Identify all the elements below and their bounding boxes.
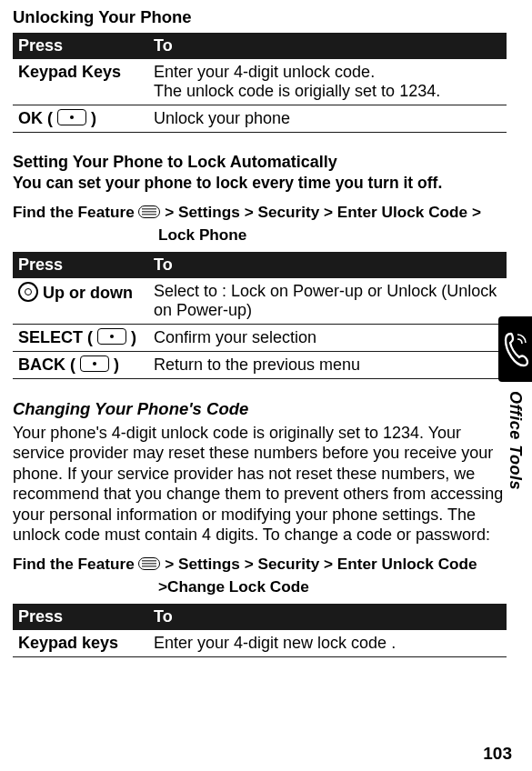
feature-path-2: Lock Phone bbox=[158, 224, 246, 246]
cell-keypad-keys: Keypad keys bbox=[13, 630, 148, 657]
cell-up-down-label: Up or down bbox=[38, 284, 133, 302]
cell-select-post: ) bbox=[126, 328, 136, 346]
cell-up-down-desc: Select to : Lock on Power-up or Unlock (… bbox=[148, 278, 507, 325]
change-code-body: Your phone's 4-digit unlock code is orig… bbox=[13, 423, 507, 546]
phone-icon bbox=[498, 316, 532, 382]
col-press: Press bbox=[13, 252, 148, 278]
heading-change-code: Changing Your Phone's Code bbox=[13, 399, 507, 419]
cell-back-pre: BACK ( bbox=[18, 355, 80, 374]
nav-ring-icon bbox=[18, 282, 38, 302]
softkey-icon bbox=[80, 355, 109, 372]
auto-lock-intro: You can set your phone to lock every tim… bbox=[13, 174, 507, 194]
cell-back-post: ) bbox=[109, 355, 119, 374]
col-to: To bbox=[148, 604, 507, 630]
cell-ok-pre: OK ( bbox=[18, 109, 57, 127]
cell-ok-desc: Unlock your phone bbox=[148, 105, 507, 133]
col-press: Press bbox=[13, 33, 148, 59]
cell-select-pre: SELECT ( bbox=[18, 328, 97, 346]
feature-path-1: > Settings > Security > Enter Unlock Cod… bbox=[160, 555, 477, 573]
cell-up-down: Up or down bbox=[13, 278, 148, 325]
cell-select: SELECT ( ) bbox=[13, 324, 148, 351]
feature-path-lock-phone: Find the Feature > Settings > Security >… bbox=[13, 201, 507, 246]
cell-keypad-keys-desc: Enter your 4-digit new lock code . bbox=[148, 630, 507, 657]
cell-ok-post: ) bbox=[86, 109, 96, 127]
heading-auto-lock: Setting Your Phone to Lock Automatically bbox=[13, 153, 507, 172]
cell-keypad-keys-desc: Enter your 4-digit unlock code. The unlo… bbox=[148, 59, 507, 105]
col-press: Press bbox=[13, 604, 148, 630]
section-tab: Office Tools bbox=[498, 316, 532, 553]
col-to: To bbox=[148, 33, 507, 59]
section-tab-label: Office Tools bbox=[506, 391, 525, 490]
softkey-icon bbox=[57, 109, 86, 125]
cell-ok: OK ( ) bbox=[13, 105, 148, 133]
feature-path-1: > Settings > Security > Enter Ulock Code… bbox=[160, 203, 480, 221]
page-number: 103 bbox=[483, 744, 512, 764]
table-unlocking: Press To Keypad Keys Enter your 4-digit … bbox=[13, 33, 507, 133]
cell-keypad-keys: Keypad Keys bbox=[13, 59, 148, 105]
heading-unlocking: Unlocking Your Phone bbox=[13, 7, 507, 27]
menu-icon bbox=[138, 557, 160, 570]
softkey-icon bbox=[97, 328, 126, 345]
cell-select-desc: Confirm your selection bbox=[148, 324, 507, 351]
table-auto-lock: Press To Up or down Select to : Lock on … bbox=[13, 252, 507, 379]
table-change-code: Press To Keypad keys Enter your 4-digit … bbox=[13, 604, 507, 657]
cell-back: BACK ( ) bbox=[13, 351, 148, 378]
feature-path-change-code: Find the Feature > Settings > Security >… bbox=[13, 553, 507, 598]
feature-label: Find the Feature bbox=[13, 555, 138, 573]
menu-icon bbox=[138, 205, 160, 218]
feature-label: Find the Feature bbox=[13, 203, 138, 221]
feature-path-2: >Change Lock Code bbox=[158, 576, 309, 598]
col-to: To bbox=[148, 252, 507, 278]
cell-back-desc: Return to the previous menu bbox=[148, 351, 507, 378]
